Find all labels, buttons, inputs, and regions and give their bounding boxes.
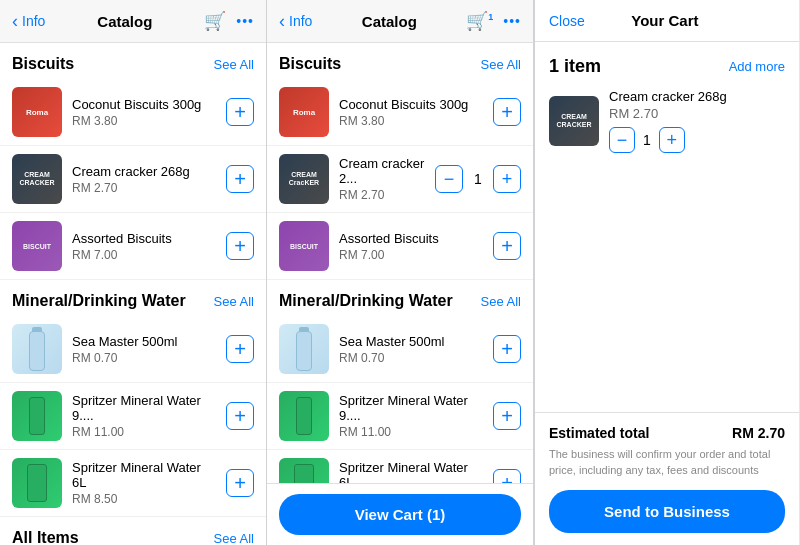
right-spritzer9-price: RM 11.00	[339, 425, 483, 439]
left-sea500-name: Sea Master 500ml	[72, 334, 216, 349]
right-spritzer6-name: Spritzer Mineral Water 6L	[339, 460, 483, 483]
right-product-spritzer6: Spritzer Mineral Water 6L RM 8.50 +	[267, 450, 533, 483]
cart-count-row: 1 item Add more	[549, 56, 785, 77]
left-coconut-price: RM 3.80	[72, 114, 216, 128]
cart-cream-minus-btn[interactable]: −	[609, 127, 635, 153]
cart-header: Close Your Cart	[535, 0, 799, 42]
right-panel-content: Biscuits See All Roma Coconut Biscuits 3…	[267, 43, 533, 483]
right-spritzer6-img	[279, 458, 329, 483]
left-spritzer6-add-btn[interactable]: +	[226, 469, 254, 497]
left-product-spritzer9: Spritzer Mineral Water 9.... RM 11.00 +	[0, 383, 266, 450]
left-sea500-img	[12, 324, 62, 374]
left-assorted-add-btn[interactable]: +	[226, 232, 254, 260]
right-product-assorted: BISCUIT Assorted Biscuits RM 7.00 +	[267, 213, 533, 280]
left-coconut-img: Roma	[12, 87, 62, 137]
left-panel: ‹ Info Catalog 🛒 ••• Biscuits See All Ro…	[0, 0, 267, 545]
cart-cream-info: Cream cracker 268g RM 2.70 − 1 +	[609, 89, 785, 153]
right-assorted-name: Assorted Biscuits	[339, 231, 483, 246]
left-cart-icon[interactable]: 🛒	[204, 10, 226, 32]
left-header-actions: 🛒 •••	[204, 10, 254, 32]
left-cream-add-btn[interactable]: +	[226, 165, 254, 193]
left-sea500-info: Sea Master 500ml RM 0.70	[72, 334, 216, 365]
right-assorted-img: BISCUIT	[279, 221, 329, 271]
cart-cream-img: CREAM CRACKER	[549, 96, 599, 146]
right-dots-icon[interactable]: •••	[503, 13, 521, 29]
left-product-assorted: BISCUIT Assorted Biscuits RM 7.00 +	[0, 213, 266, 280]
right-panel-header: ‹ Info Catalog 🛒1 •••	[267, 0, 533, 43]
cart-cream-qty: 1	[643, 132, 651, 148]
right-coconut-name: Coconut Biscuits 300g	[339, 97, 483, 112]
left-spritzer9-price: RM 11.00	[72, 425, 216, 439]
cart-cream-price: RM 2.70	[609, 106, 785, 121]
estimated-note: The business will confirm your order and…	[549, 447, 785, 478]
right-cream-plus-btn[interactable]: +	[493, 165, 521, 193]
left-coconut-add-btn[interactable]: +	[226, 98, 254, 126]
estimated-total-row: Estimated total RM 2.70	[549, 425, 785, 441]
left-water-section-header: Mineral/Drinking Water See All	[0, 280, 266, 316]
left-spritzer9-add-btn[interactable]: +	[226, 402, 254, 430]
left-back-label[interactable]: Info	[22, 13, 45, 29]
cart-title: Your Cart	[631, 12, 698, 29]
left-product-sea500: Sea Master 500ml RM 0.70 +	[0, 316, 266, 383]
right-biscuits-title: Biscuits	[279, 55, 341, 73]
left-assorted-price: RM 7.00	[72, 248, 216, 262]
estimated-total-price: RM 2.70	[732, 425, 785, 441]
cart-cream-plus-btn[interactable]: +	[659, 127, 685, 153]
left-spritzer6-info: Spritzer Mineral Water 6L RM 8.50	[72, 460, 216, 506]
cart-cream-qty-control: − 1 +	[609, 127, 785, 153]
left-back-nav[interactable]: ‹ Info	[12, 11, 45, 32]
right-panel: ‹ Info Catalog 🛒1 ••• Biscuits See All R…	[267, 0, 534, 545]
left-sea500-price: RM 0.70	[72, 351, 216, 365]
right-chevron-icon: ‹	[279, 11, 285, 32]
right-spritzer9-add-btn[interactable]: +	[493, 402, 521, 430]
cart-cream-name: Cream cracker 268g	[609, 89, 785, 104]
left-water-title: Mineral/Drinking Water	[12, 292, 186, 310]
left-coconut-info: Coconut Biscuits 300g RM 3.80	[72, 97, 216, 128]
right-water-see-all[interactable]: See All	[481, 294, 521, 309]
right-assorted-add-btn[interactable]: +	[493, 232, 521, 260]
send-to-business-button[interactable]: Send to Business	[549, 490, 785, 533]
left-assorted-img: BISCUIT	[12, 221, 62, 271]
cart-item-cream: CREAM CRACKER Cream cracker 268g RM 2.70…	[549, 89, 785, 153]
left-biscuits-section-header: Biscuits See All	[0, 43, 266, 79]
view-cart-bar: View Cart (1)	[267, 483, 533, 545]
right-assorted-info: Assorted Biscuits RM 7.00	[339, 231, 483, 262]
cart-add-more[interactable]: Add more	[729, 59, 785, 74]
right-header-actions: 🛒1 •••	[466, 10, 521, 32]
right-cart-icon[interactable]: 🛒1	[466, 10, 493, 32]
cart-close-button[interactable]: Close	[549, 13, 585, 29]
left-all-items-header: All Items See All	[0, 517, 266, 545]
left-spritzer6-price: RM 8.50	[72, 492, 216, 506]
left-water-see-all[interactable]: See All	[214, 294, 254, 309]
left-all-items-title: All Items	[12, 529, 79, 545]
right-cream-qty: 1	[471, 171, 485, 187]
right-sea500-price: RM 0.70	[339, 351, 483, 365]
right-sea500-add-btn[interactable]: +	[493, 335, 521, 363]
left-cream-info: Cream cracker 268g RM 2.70	[72, 164, 216, 195]
right-spritzer6-info: Spritzer Mineral Water 6L RM 8.50	[339, 460, 483, 483]
right-spritzer6-add-btn[interactable]: +	[493, 469, 521, 483]
left-dots-icon[interactable]: •••	[236, 13, 254, 29]
right-spritzer9-name: Spritzer Mineral Water 9....	[339, 393, 483, 423]
right-coconut-info: Coconut Biscuits 300g RM 3.80	[339, 97, 483, 128]
left-all-items-see-all[interactable]: See All	[214, 531, 254, 546]
right-back-nav[interactable]: ‹ Info	[279, 11, 312, 32]
left-biscuits-title: Biscuits	[12, 55, 74, 73]
right-back-label[interactable]: Info	[289, 13, 312, 29]
right-coconut-add-btn[interactable]: +	[493, 98, 521, 126]
estimated-total-label: Estimated total	[549, 425, 649, 441]
right-assorted-price: RM 7.00	[339, 248, 483, 262]
left-cream-name: Cream cracker 268g	[72, 164, 216, 179]
right-product-cream: CREAM CracKER Cream cracker 2... RM 2.70…	[267, 146, 533, 213]
right-cream-minus-btn[interactable]: −	[435, 165, 463, 193]
left-biscuits-see-all[interactable]: See All	[214, 57, 254, 72]
right-biscuits-see-all[interactable]: See All	[481, 57, 521, 72]
view-cart-button[interactable]: View Cart (1)	[279, 494, 521, 535]
left-spritzer6-img	[12, 458, 62, 508]
right-coconut-img: Roma	[279, 87, 329, 137]
left-sea500-add-btn[interactable]: +	[226, 335, 254, 363]
left-chevron-icon: ‹	[12, 11, 18, 32]
left-assorted-info: Assorted Biscuits RM 7.00	[72, 231, 216, 262]
right-cream-info: Cream cracker 2... RM 2.70	[339, 156, 425, 202]
right-spritzer9-img	[279, 391, 329, 441]
